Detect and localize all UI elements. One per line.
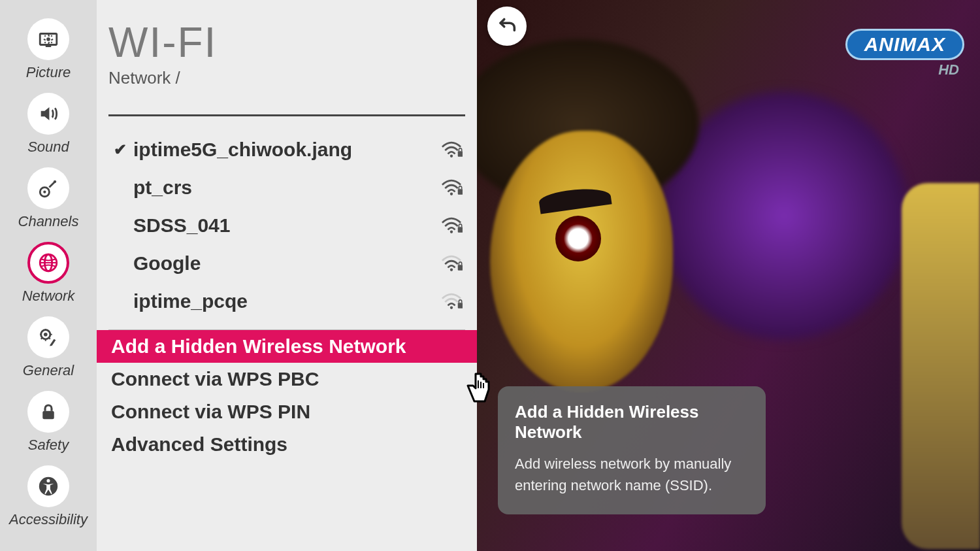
svg-point-17	[450, 231, 453, 233]
tooltip-body: Add wireless network by manually enterin…	[515, 453, 749, 496]
sidebar-item-safety[interactable]: Safety	[27, 391, 69, 454]
svg-point-5	[54, 180, 56, 183]
breadcrumb: Network /	[97, 68, 477, 88]
svg-rect-2	[46, 46, 52, 47]
sidebar-item-general[interactable]: General	[23, 316, 74, 379]
svg-point-13	[450, 155, 453, 158]
wifi-options-list: Add a Hidden Wireless Network Connect vi…	[97, 330, 477, 461]
wifi-settings-panel: WI-FI Network / ✔ iptime5G_chiwook.jang …	[97, 0, 477, 551]
network-icon	[27, 242, 69, 284]
channel-name: ANIMAX	[845, 29, 964, 60]
wifi-ssid: iptime_pcqe	[129, 290, 435, 312]
connected-check-icon: ✔	[111, 141, 129, 159]
divider	[108, 114, 465, 116]
wifi-network-list: ✔ iptime5G_chiwook.jang pt_crs SDSS_041 …	[97, 128, 477, 320]
channel-logo: ANIMAX HD	[845, 29, 964, 78]
sidebar-item-accessibility[interactable]: Accessibility	[9, 465, 88, 528]
back-button[interactable]	[487, 7, 527, 46]
channel-quality: HD	[938, 61, 959, 78]
wifi-signal-secured-icon	[435, 217, 463, 234]
svg-point-1	[46, 37, 50, 41]
sidebar-item-network[interactable]: Network	[22, 242, 75, 305]
svg-rect-16	[458, 189, 463, 195]
preview-background-shape	[902, 183, 980, 549]
sidebar-item-sound[interactable]: Sound	[27, 93, 69, 156]
sidebar-item-label: Sound	[27, 139, 69, 156]
safety-icon	[27, 391, 69, 433]
general-icon	[27, 316, 69, 358]
tooltip-title: Add a Hidden Wireless Network	[515, 402, 749, 442]
svg-point-21	[450, 307, 453, 309]
wifi-signal-secured-icon	[435, 293, 463, 310]
sound-icon	[27, 93, 69, 135]
tv-preview-pane: ANIMAX HD Add a Hidden Wireless Network …	[477, 0, 980, 551]
svg-point-9	[44, 333, 48, 337]
picture-icon	[27, 18, 69, 60]
settings-sidebar: Picture Sound Channels Network General S…	[0, 0, 97, 551]
svg-rect-18	[458, 227, 463, 233]
svg-point-15	[450, 193, 453, 195]
sidebar-item-label: Safety	[28, 437, 69, 454]
svg-rect-20	[458, 265, 463, 271]
wifi-network-item[interactable]: ✔ iptime5G_chiwook.jang	[108, 131, 465, 169]
sidebar-item-label: Accessibility	[9, 511, 88, 528]
preview-background-shape	[555, 216, 601, 261]
help-tooltip: Add a Hidden Wireless Network Add wirele…	[498, 386, 766, 514]
svg-rect-22	[458, 303, 463, 309]
wifi-signal-secured-icon	[435, 141, 463, 158]
svg-rect-10	[42, 411, 54, 420]
sidebar-item-channels[interactable]: Channels	[18, 167, 79, 230]
wifi-signal-secured-icon	[435, 255, 463, 272]
wifi-ssid: pt_crs	[129, 176, 435, 199]
svg-point-4	[43, 191, 46, 193]
preview-background-shape	[490, 131, 673, 392]
wifi-signal-secured-icon	[435, 179, 463, 196]
option-wps-pbc[interactable]: Connect via WPS PBC	[97, 363, 477, 395]
sidebar-item-label: Network	[22, 288, 75, 305]
sidebar-item-label: General	[23, 362, 74, 379]
option-wps-pin[interactable]: Connect via WPS PIN	[97, 395, 477, 428]
wifi-network-item[interactable]: pt_crs	[108, 169, 465, 207]
sidebar-item-label: Channels	[18, 213, 79, 230]
wifi-network-item[interactable]: iptime_pcqe	[108, 282, 465, 320]
back-arrow-icon	[496, 14, 518, 39]
svg-rect-14	[458, 151, 463, 157]
wifi-network-item[interactable]: SDSS_041	[108, 207, 465, 244]
panel-title: WI-FI	[97, 18, 477, 67]
wifi-network-item[interactable]: Google	[108, 244, 465, 282]
option-add-hidden-network[interactable]: Add a Hidden Wireless Network	[97, 330, 477, 363]
channels-icon	[27, 167, 69, 209]
wifi-ssid: iptime5G_chiwook.jang	[129, 139, 435, 161]
option-advanced-settings[interactable]: Advanced Settings	[97, 428, 477, 461]
wifi-ssid: SDSS_041	[129, 214, 435, 237]
accessibility-icon	[27, 465, 69, 507]
svg-point-19	[450, 269, 453, 271]
wifi-ssid: Google	[129, 252, 435, 275]
svg-point-12	[46, 479, 50, 482]
sidebar-item-picture[interactable]: Picture	[26, 18, 71, 81]
sidebar-item-label: Picture	[26, 64, 71, 81]
